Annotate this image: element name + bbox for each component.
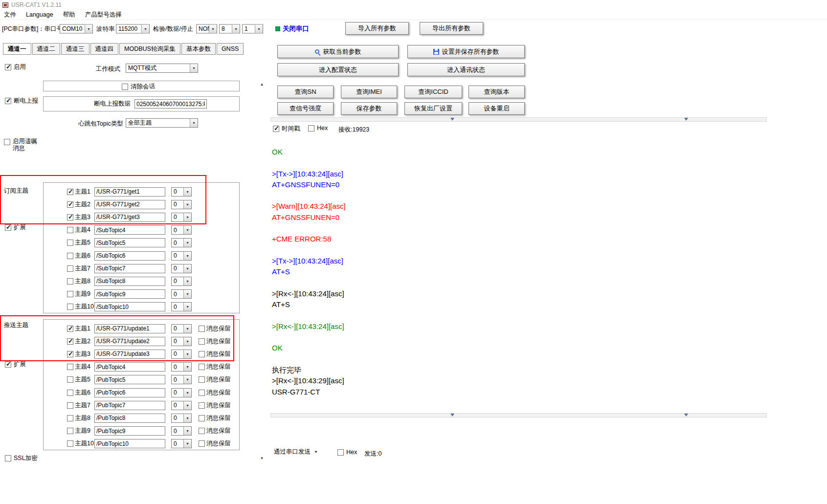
topic-enable-checkbox[interactable] — [67, 189, 73, 195]
timestamp-checkbox[interactable] — [273, 126, 279, 132]
query-iccid-button[interactable]: 查询ICCID — [404, 86, 462, 98]
scroll-down-icon[interactable]: ▼ — [258, 456, 266, 463]
topic-input[interactable] — [94, 375, 165, 384]
retain-checkbox[interactable] — [199, 390, 205, 396]
qos-select[interactable]: 0 ▼ — [171, 264, 192, 273]
topic-input[interactable] — [94, 200, 165, 209]
topic-input[interactable] — [94, 238, 165, 247]
retain-checkbox[interactable] — [199, 364, 205, 370]
chevron-down-icon[interactable]: ▼ — [183, 363, 191, 371]
topic-enable-checkbox[interactable] — [67, 351, 73, 357]
topic-enable-checkbox[interactable] — [67, 227, 73, 233]
chevron-down-icon[interactable]: ▼ — [183, 414, 191, 422]
chevron-down-icon[interactable]: ▼ — [183, 375, 191, 384]
query-version-button[interactable]: 查询版本 — [469, 86, 525, 98]
topic-enable-checkbox[interactable] — [67, 338, 73, 345]
qos-select[interactable]: 0 ▼ — [171, 213, 192, 222]
chevron-down-icon[interactable]: ▼ — [255, 24, 263, 33]
chevron-down-icon[interactable]: ▼ — [232, 24, 240, 33]
qos-select[interactable]: 0 ▼ — [171, 289, 192, 299]
topic-enable-checkbox[interactable] — [67, 265, 73, 272]
topic-enable-checkbox[interactable] — [67, 415, 73, 421]
topic-input[interactable] — [94, 350, 165, 359]
chevron-down-icon[interactable]: ▼ — [183, 239, 191, 247]
chevron-down-icon[interactable]: ▼ — [141, 24, 149, 33]
enter-comm-button[interactable]: 进入通讯状态 — [407, 63, 525, 76]
work-mode-select[interactable]: MQTT模式 ▼ — [126, 64, 198, 73]
factory-reset-button[interactable]: 恢复出厂设置 — [404, 102, 462, 115]
qos-select[interactable]: 0 ▼ — [171, 324, 192, 333]
chevron-down-icon[interactable]: ▼ — [183, 303, 191, 311]
set-save-params-button[interactable]: 设置并保存所有参数 — [407, 45, 525, 58]
menu-item[interactable]: 文件 — [4, 11, 16, 19]
topic-input[interactable] — [94, 213, 165, 222]
retain-checkbox[interactable] — [199, 338, 205, 345]
topic-input[interactable] — [94, 187, 165, 197]
chevron-down-icon[interactable]: ▼ — [183, 290, 191, 298]
chevron-down-icon[interactable]: ▼ — [183, 277, 191, 285]
topic-input[interactable] — [94, 324, 165, 333]
chevron-down-icon[interactable]: ▼ — [85, 24, 92, 33]
chevron-down-icon[interactable]: ▼ — [183, 252, 191, 260]
tab-6[interactable]: GNSS — [217, 43, 244, 55]
chevron-down-icon[interactable]: ▼ — [183, 188, 191, 196]
topic-enable-checkbox[interactable] — [67, 214, 73, 220]
topic-enable-checkbox[interactable] — [67, 326, 73, 332]
ssl-checkbox[interactable] — [5, 455, 11, 461]
chevron-down-icon[interactable]: ▼ — [190, 64, 198, 72]
tab-0[interactable]: 通道一 — [3, 43, 31, 55]
chevron-down-icon[interactable]: ▼ — [190, 119, 198, 127]
qos-select[interactable]: 0 ▼ — [171, 401, 192, 410]
qos-select[interactable]: 0 ▼ — [171, 375, 192, 384]
get-params-button[interactable]: 获取当前参数 — [277, 45, 399, 58]
retain-checkbox[interactable] — [199, 351, 205, 357]
retain-checkbox[interactable] — [199, 326, 205, 332]
expand-checkbox[interactable] — [5, 224, 11, 231]
power-report-data-input[interactable] — [134, 99, 207, 109]
chevron-down-icon[interactable]: ▼ — [183, 200, 191, 209]
topic-input[interactable] — [94, 439, 165, 448]
topic-enable-checkbox[interactable] — [67, 253, 73, 259]
clear-session-checkbox[interactable] — [122, 84, 128, 90]
com-port-select[interactable]: COM10 ▼ — [60, 24, 93, 33]
query-imei-button[interactable]: 查询IMEI — [341, 86, 397, 98]
topic-input[interactable] — [94, 302, 165, 311]
menu-item[interactable]: Language — [26, 11, 53, 18]
log-area[interactable]: OK>[Tx->][10:43:24][asc]AT+GNSSFUNEN=0>[… — [270, 136, 767, 413]
parity-select[interactable]: NONI ▼ — [196, 24, 217, 33]
topic-input[interactable] — [94, 264, 165, 273]
topic-enable-checkbox[interactable] — [67, 291, 73, 297]
qos-select[interactable]: 0 ▼ — [171, 362, 192, 372]
topic-input[interactable] — [94, 277, 165, 286]
qos-select[interactable]: 0 ▼ — [171, 439, 192, 448]
query-sn-button[interactable]: 查询SN — [277, 86, 334, 98]
qos-select[interactable]: 0 ▼ — [171, 337, 192, 346]
topic-input[interactable] — [94, 414, 165, 423]
topic-enable-checkbox[interactable] — [67, 201, 73, 208]
will-message-checkbox[interactable] — [4, 139, 10, 145]
topic-input[interactable] — [94, 251, 165, 261]
topic-enable-checkbox[interactable] — [67, 240, 73, 246]
topic-enable-checkbox[interactable] — [67, 428, 73, 434]
import-params-button[interactable]: 导入所有参数 — [345, 22, 409, 35]
tab-4[interactable]: MODBUS轮询采集 — [119, 43, 180, 55]
retain-checkbox[interactable] — [199, 415, 205, 421]
topic-input[interactable] — [94, 289, 165, 299]
retain-checkbox[interactable] — [199, 440, 205, 447]
topic-input[interactable] — [94, 225, 165, 235]
topic-enable-checkbox[interactable] — [67, 440, 73, 447]
qos-select[interactable]: 0 ▼ — [171, 200, 192, 209]
tab-2[interactable]: 通道三 — [61, 43, 89, 55]
qos-select[interactable]: 0 ▼ — [171, 187, 192, 197]
data-bits-select[interactable]: 8 ▼ — [219, 24, 240, 33]
scroll-up-icon[interactable]: ▲ — [258, 82, 266, 89]
tab-3[interactable]: 通道四 — [90, 43, 119, 55]
topic-enable-checkbox[interactable] — [67, 278, 73, 285]
chevron-down-icon[interactable]: ▼ — [183, 226, 191, 234]
query-signal-button[interactable]: 查信号强度 — [277, 102, 334, 115]
device-restart-button[interactable]: 设备重启 — [469, 102, 525, 115]
chevron-down-icon[interactable]: ▼ — [183, 389, 191, 397]
hex-checkbox[interactable] — [308, 125, 314, 131]
topic-input[interactable] — [94, 362, 165, 372]
topic-enable-checkbox[interactable] — [67, 376, 73, 383]
